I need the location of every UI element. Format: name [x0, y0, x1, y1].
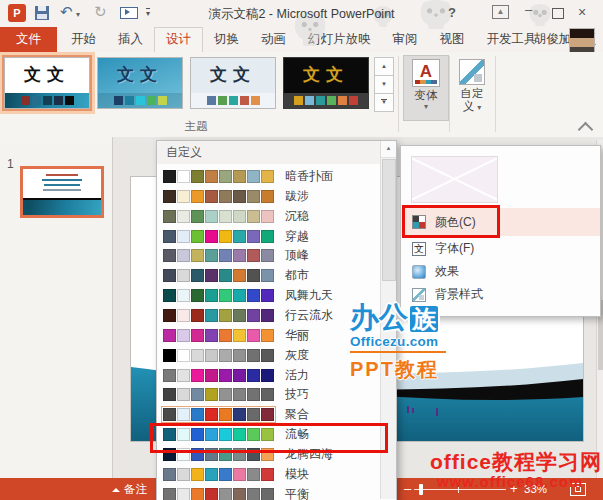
close-icon[interactable]: ×	[578, 4, 586, 20]
color-swatches	[163, 269, 274, 282]
gallery-scroll-down-icon[interactable]: ▼	[374, 75, 394, 94]
theme-color-strip	[98, 93, 182, 108]
color-scheme-name: 都市	[285, 266, 309, 286]
powerpoint-window: P ↶ ▾ ↻ ▾ 演示文稿2 - Microsoft PowerPoint ?…	[0, 0, 603, 500]
gallery-scroll-up-icon[interactable]: ▲	[374, 57, 394, 76]
color-scheme-name: 平衡	[285, 485, 309, 500]
color-swatches	[163, 349, 274, 362]
color-scheme-灰度[interactable]: 灰度	[157, 346, 381, 366]
maximize-icon[interactable]	[552, 8, 564, 19]
color-scheme-name: 穿越	[285, 227, 309, 247]
customize-button[interactable]: 自定 义 ▾	[452, 55, 492, 119]
variants-button[interactable]: A 变体 ▾	[403, 55, 449, 121]
group-separator	[398, 56, 399, 132]
color-swatches	[163, 488, 274, 500]
color-scheme-name: 沉稳	[285, 207, 309, 227]
color-scheme-聚合[interactable]: 聚合	[157, 405, 381, 425]
theme-color-strip	[191, 93, 275, 108]
color-scheme-沉稳[interactable]: 沉稳	[157, 207, 381, 227]
user-name: 胡俊	[534, 31, 559, 48]
color-scheme-跋涉[interactable]: 跋涉	[157, 187, 381, 207]
variants-icon: A	[412, 59, 440, 87]
color-scheme-name: 行云流水	[285, 306, 333, 326]
color-swatches	[163, 309, 274, 322]
menu-item-字体(F)[interactable]: 文字体(F)	[401, 237, 600, 260]
chevron-down-icon: ▾	[563, 35, 567, 44]
theme-thumbnail-3[interactable]: 文文	[190, 57, 276, 109]
window-title: 演示文稿2 - Microsoft PowerPoint	[0, 6, 603, 23]
menu-item-label: 背景样式	[435, 286, 483, 303]
color-scheme-name: 聚合	[285, 405, 309, 425]
tab-切换[interactable]: 切换	[203, 27, 250, 52]
theme-thumbnail-2[interactable]: 文文	[97, 57, 183, 109]
account-menu[interactable]: 胡俊 ▾	[534, 27, 567, 52]
color-scheme-平衡[interactable]: 平衡	[157, 485, 381, 500]
group-separator	[449, 56, 450, 132]
color-scheme-name: 技巧	[285, 385, 309, 405]
gallery-more-icon[interactable]: ▼	[374, 93, 394, 112]
tab-动画[interactable]: 动画	[250, 27, 297, 52]
color-scheme-name: 华丽	[285, 326, 309, 346]
theme-thumbnail-1[interactable]: 文文	[4, 57, 90, 109]
color-scheme-流畅[interactable]: 流畅	[157, 425, 381, 445]
theme-fonts-icon: 文	[412, 242, 426, 256]
tab-插入[interactable]: 插入	[107, 27, 154, 52]
zoom-slider-thumb[interactable]	[419, 484, 423, 495]
color-scheme-暗香扑面[interactable]: 暗香扑面	[157, 167, 381, 187]
color-scheme-行云流水[interactable]: 行云流水	[157, 306, 381, 326]
collapse-ribbon-icon[interactable]	[578, 122, 594, 138]
tab-审阅[interactable]: 审阅	[382, 27, 429, 52]
customize-icon	[459, 59, 485, 85]
notes-button[interactable]: 备注	[112, 482, 147, 497]
site-watermark-text: office教程学习网	[430, 448, 602, 476]
background-styles-icon	[412, 288, 426, 302]
menu-item-颜色(C)[interactable]: 颜色(C)	[401, 208, 600, 236]
color-scheme-都市[interactable]: 都市	[157, 266, 381, 286]
scrollbar-thumb[interactable]	[382, 159, 396, 281]
slide-thumbnail[interactable]	[20, 166, 104, 218]
avatar[interactable]	[569, 28, 595, 54]
color-scheme-顶峰[interactable]: 顶峰	[157, 246, 381, 266]
color-swatches	[163, 448, 274, 461]
color-scheme-模块[interactable]: 模块	[157, 465, 381, 485]
theme-gallery-scroll: ▲ ▼ ▼	[374, 57, 392, 111]
theme-thumbnail-text: 文文	[284, 63, 368, 86]
menu-item-效果[interactable]: 效果	[401, 260, 600, 283]
theme-thumbnail-4[interactable]: 文文	[283, 57, 369, 109]
variants-menu: 颜色(C)文字体(F)效果背景样式	[400, 145, 601, 317]
color-scheme-活力[interactable]: 活力	[157, 366, 381, 386]
ribbon-tabs: 开始插入设计切换动画幻灯片放映审阅视图开发工具加载项	[60, 27, 603, 52]
color-swatches	[163, 230, 274, 243]
color-scheme-name: 活力	[285, 366, 309, 386]
brand-watermark: 办公族 Officezu.com PPT教程	[350, 302, 470, 383]
zoom-out-button[interactable]: –	[404, 481, 411, 496]
menu-item-label: 效果	[435, 263, 459, 280]
ribbon-display-options-icon[interactable]: ▲	[492, 5, 509, 19]
color-scheme-name: 灰度	[285, 346, 309, 366]
theme-colors-icon	[412, 215, 426, 229]
theme-effects-icon	[412, 265, 426, 279]
color-swatches	[163, 190, 274, 203]
color-scheme-凤舞九天[interactable]: 凤舞九天	[157, 286, 381, 306]
help-icon[interactable]: ?	[448, 5, 456, 20]
color-swatches	[163, 249, 274, 262]
tab-开始[interactable]: 开始	[60, 27, 107, 52]
color-swatches	[163, 369, 274, 382]
color-scheme-穿越[interactable]: 穿越	[157, 227, 381, 247]
variant-preview-thumbnail[interactable]	[411, 156, 498, 203]
scroll-up-icon[interactable]: ▲	[381, 141, 396, 158]
color-scheme-龙腾四海[interactable]: 龙腾四海	[157, 445, 381, 465]
color-scheme-name: 模块	[285, 465, 309, 485]
minimize-icon[interactable]: –	[525, 2, 532, 17]
color-swatches	[163, 428, 274, 441]
tab-设计[interactable]: 设计	[154, 27, 203, 52]
color-swatches	[163, 289, 274, 302]
tab-file[interactable]: 文件	[0, 27, 57, 52]
group-separator	[495, 56, 496, 132]
site-watermark-url: www.office68.com	[437, 473, 583, 490]
slide-number: 1	[7, 157, 14, 171]
color-scheme-华丽[interactable]: 华丽	[157, 326, 381, 346]
theme-thumbnail-text: 文文	[98, 63, 182, 86]
tab-视图[interactable]: 视图	[429, 27, 476, 52]
color-scheme-技巧[interactable]: 技巧	[157, 385, 381, 405]
